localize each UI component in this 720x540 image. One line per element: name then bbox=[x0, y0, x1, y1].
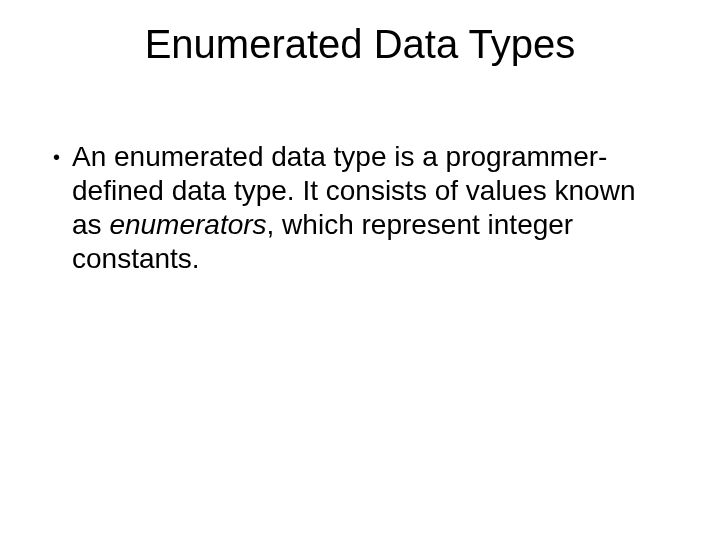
bullet-dot-icon: • bbox=[53, 140, 60, 174]
slide-body: • An enumerated data type is a programme… bbox=[55, 140, 665, 276]
bullet-item: • An enumerated data type is a programme… bbox=[55, 140, 665, 276]
bullet-text-em: enumerators bbox=[109, 209, 266, 240]
slide: Enumerated Data Types • An enumerated da… bbox=[0, 0, 720, 540]
bullet-text: An enumerated data type is a programmer-… bbox=[72, 140, 665, 276]
slide-title: Enumerated Data Types bbox=[0, 22, 720, 67]
